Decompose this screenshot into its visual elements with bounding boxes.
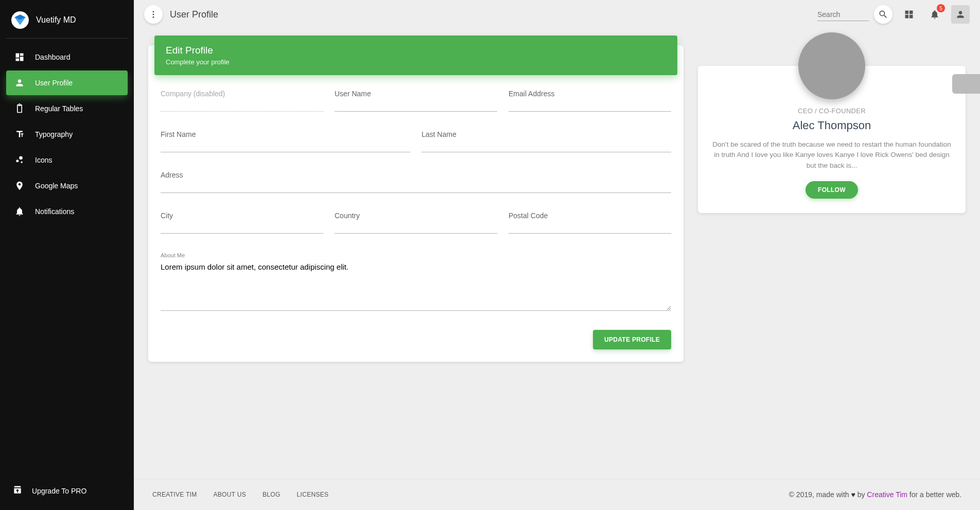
input-about[interactable] [161, 259, 671, 311]
sidebar-item-user-profile[interactable]: User Profile [6, 71, 128, 95]
svg-point-0 [16, 160, 19, 162]
footer-link-blog[interactable]: BLOG [262, 491, 281, 498]
profile-card: CEO / CO-FOUNDER Alec Thompson Don't be … [698, 66, 966, 213]
page-title: User Profile [170, 9, 218, 20]
search-button[interactable] [874, 5, 892, 24]
input-username[interactable] [335, 99, 497, 112]
field-email: Email Address [509, 90, 671, 112]
svg-point-4 [153, 14, 154, 15]
label-city: City [161, 212, 323, 220]
field-address: Adress [161, 171, 671, 193]
label-country: Country [335, 212, 497, 220]
profile-bio: Don't be scared of the truth because we … [712, 139, 951, 171]
footer-link-licenses[interactable]: LICENSES [297, 491, 329, 498]
sidebar-item-notifications[interactable]: Notifications [6, 199, 128, 224]
input-email[interactable] [509, 99, 671, 112]
svg-point-3 [153, 11, 154, 12]
input-first-name[interactable] [161, 139, 410, 152]
brand-logo-icon [11, 11, 29, 29]
notifications-button[interactable]: 5 [925, 5, 944, 24]
bell-icon [14, 206, 25, 217]
sidebar-item-typography[interactable]: Typography [6, 122, 128, 147]
dashboard-icon [14, 52, 25, 62]
location-icon [14, 181, 25, 191]
sidebar-item-label: User Profile [35, 79, 73, 87]
edit-profile-card: Edit Profile Complete your profile Compa… [148, 45, 684, 362]
label-last-name: Last Name [422, 130, 671, 138]
sidebar-item-dashboard[interactable]: Dashboard [6, 45, 128, 69]
footer-link-creative-tim[interactable]: CREATIVE TIM [152, 491, 197, 498]
unarchive-icon [12, 485, 23, 497]
label-address: Adress [161, 171, 671, 179]
input-postal[interactable] [509, 221, 671, 234]
copyright-prefix: © 2019, made with [789, 490, 851, 499]
card-title: Edit Profile [166, 45, 666, 56]
field-postal: Postal Code [509, 212, 671, 234]
label-first-name: First Name [161, 130, 410, 138]
input-company [161, 99, 323, 112]
credit-link[interactable]: Creative Tim [867, 490, 907, 499]
upgrade-to-pro[interactable]: Upgrade To PRO [6, 478, 128, 504]
field-city: City [161, 212, 323, 234]
heart-icon: ♥ [851, 490, 855, 499]
input-city[interactable] [161, 221, 323, 234]
label-username: User Name [335, 90, 497, 98]
footer-link-about-us[interactable]: ABOUT US [214, 491, 247, 498]
clipboard-icon [14, 103, 25, 114]
input-last-name[interactable] [422, 139, 671, 152]
sidebar-item-google-maps[interactable]: Google Maps [6, 173, 128, 198]
footer-copyright: © 2019, made with ♥ by Creative Tim for … [789, 490, 961, 499]
sidebar-item-label: Typography [35, 130, 73, 138]
follow-button[interactable]: FOLLOW [806, 181, 858, 199]
field-country: Country [335, 212, 497, 234]
field-username: User Name [335, 90, 497, 112]
label-email: Email Address [509, 90, 671, 98]
avatar [798, 32, 865, 99]
bubble-chart-icon [14, 155, 25, 165]
field-last-name: Last Name [422, 130, 671, 152]
svg-point-1 [19, 156, 23, 160]
apps-icon [904, 9, 914, 20]
update-profile-button[interactable]: UPDATE PROFILE [593, 330, 671, 349]
sidebar-item-icons[interactable]: Icons [6, 148, 128, 172]
label-postal: Postal Code [509, 212, 671, 220]
more-menu-button[interactable] [144, 5, 163, 24]
sidebar-item-label: Notifications [35, 207, 74, 216]
search-icon [878, 9, 888, 20]
person-icon [955, 9, 966, 20]
app-header: User Profile 5 [134, 0, 980, 29]
field-company: Company (disabled) [161, 90, 323, 112]
profile-role: CEO / CO-FOUNDER [712, 107, 951, 115]
field-first-name: First Name [161, 130, 410, 152]
search [817, 5, 892, 24]
input-country[interactable] [335, 221, 497, 234]
search-input[interactable] [817, 8, 869, 21]
profile-name: Alec Thompson [712, 119, 951, 132]
sidebar-item-label: Dashboard [35, 53, 71, 61]
sidebar: Vuetify MD Dashboard User Profile Regula… [0, 0, 134, 510]
label-company: Company (disabled) [161, 90, 323, 98]
footer: CREATIVE TIM ABOUT US BLOG LICENSES © 20… [134, 479, 980, 510]
copyright-by: by [855, 490, 867, 499]
sidebar-item-regular-tables[interactable]: Regular Tables [6, 96, 128, 121]
settings-tab[interactable] [952, 74, 980, 94]
copyright-suffix: for a better web. [907, 490, 961, 499]
typography-icon [14, 129, 25, 139]
card-header: Edit Profile Complete your profile [154, 36, 677, 75]
notification-badge: 5 [937, 4, 945, 12]
input-address[interactable] [161, 180, 671, 193]
sidebar-item-label: Icons [35, 156, 52, 164]
svg-point-5 [153, 16, 154, 18]
brand[interactable]: Vuetify MD [6, 6, 128, 39]
account-button[interactable] [951, 5, 970, 24]
label-about: About Me [161, 252, 671, 258]
sidebar-item-label: Google Maps [35, 182, 78, 190]
person-icon [14, 78, 25, 88]
footer-links: CREATIVE TIM ABOUT US BLOG LICENSES [152, 491, 328, 498]
sidebar-item-label: Regular Tables [35, 104, 83, 113]
card-subtitle: Complete your profile [166, 58, 666, 66]
apps-button[interactable] [900, 5, 918, 24]
svg-point-2 [21, 162, 23, 163]
sidebar-nav: Dashboard User Profile Regular Tables Ty… [6, 45, 128, 478]
upgrade-label: Upgrade To PRO [32, 487, 86, 495]
